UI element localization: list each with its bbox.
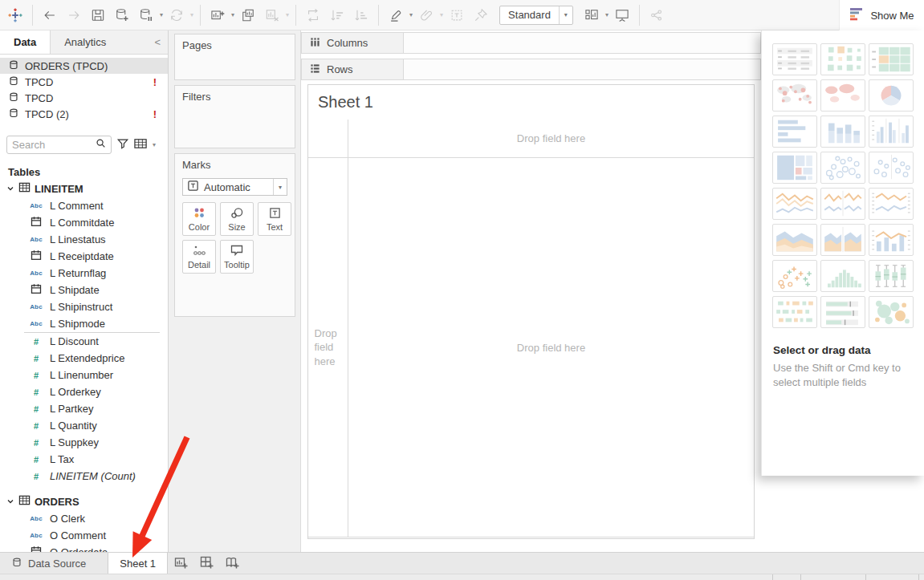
columns-shelf[interactable]: Columns <box>301 32 761 54</box>
table-group-header[interactable]: ORDERS <box>0 493 168 510</box>
field-item[interactable]: AbcL Shipinstruct <box>0 298 168 315</box>
field-item[interactable]: L Shipdate <box>0 282 168 298</box>
dropdown-caret-icon[interactable]: ▾ <box>559 6 572 24</box>
save-icon[interactable] <box>88 4 108 26</box>
view-options-icon[interactable] <box>134 138 148 152</box>
marks-size-button[interactable]: Size <box>220 202 254 236</box>
highlight-icon[interactable] <box>385 4 406 26</box>
show-hide-cards-icon[interactable] <box>581 4 602 26</box>
rows-shelf[interactable]: Rows <box>301 59 761 80</box>
field-item[interactable]: AbcL Returnflag <box>0 265 168 282</box>
fit-selector[interactable]: Standard▾ <box>499 6 573 25</box>
showme-type-dual-combination[interactable] <box>869 224 914 256</box>
field-item[interactable]: AbcL Comment <box>0 197 168 214</box>
dropdown-caret-icon[interactable]: ▾ <box>605 11 609 18</box>
group-members-icon[interactable] <box>416 4 437 26</box>
new-data-source-icon[interactable] <box>112 4 132 26</box>
collapse-pane-icon[interactable]: < <box>147 30 168 54</box>
filter-fields-icon[interactable] <box>116 137 129 152</box>
new-story-button[interactable] <box>219 553 245 574</box>
showme-type-bullet-graph[interactable] <box>820 296 865 328</box>
show-me-button[interactable]: Show Me <box>839 0 924 30</box>
field-item[interactable]: #L Quantity <box>0 417 168 434</box>
showme-type-gantt[interactable] <box>772 296 817 328</box>
marks-detail-button[interactable]: Detail <box>182 240 216 274</box>
chevron-down-icon[interactable] <box>6 496 14 508</box>
marks-tooltip-button[interactable]: Tooltip <box>220 240 254 274</box>
datasource-item[interactable]: TPCD <box>0 90 168 106</box>
dropdown-caret-icon[interactable]: ▾ <box>409 11 413 18</box>
duplicate-sheet-icon[interactable] <box>238 4 258 26</box>
showme-type-text-table[interactable] <box>772 43 817 75</box>
showme-type-side-by-side-circles[interactable] <box>869 152 914 184</box>
marks-color-button[interactable]: Color <box>182 202 216 236</box>
dropdown-caret-icon[interactable]: ▾ <box>286 11 289 18</box>
new-worksheet-tab-button[interactable] <box>168 553 193 574</box>
field-item[interactable]: #L Linenumber <box>0 367 168 383</box>
field-item[interactable]: AbcO Comment <box>0 527 168 544</box>
showme-type-scatter-plot[interactable] <box>772 260 817 292</box>
new-dashboard-button[interactable] <box>193 553 219 574</box>
field-item[interactable]: #L Orderkey <box>0 383 168 400</box>
show-mark-labels-icon[interactable] <box>446 4 467 26</box>
datasource-item[interactable]: TPCD! <box>0 74 168 90</box>
showme-type-side-by-side-bars[interactable] <box>869 116 914 148</box>
drop-zone-rows[interactable]: Drop field here <box>308 158 348 537</box>
undo-icon[interactable] <box>39 4 60 26</box>
field-item[interactable]: L Receiptdate <box>0 248 168 265</box>
showme-type-horizontal-bars[interactable] <box>772 116 817 148</box>
dropdown-caret-icon[interactable]: ▾ <box>160 11 163 18</box>
mark-type-caret-icon[interactable]: ▾ <box>273 179 287 195</box>
field-item[interactable]: #LINEITEM (Count) <box>0 468 168 485</box>
showme-type-heat-map[interactable] <box>820 43 865 75</box>
tab-data-source[interactable]: Data Source <box>0 553 97 574</box>
filters-card[interactable]: Filters <box>174 85 295 148</box>
fix-axes-icon[interactable] <box>470 4 491 26</box>
showme-type-lines-discrete[interactable] <box>820 188 865 220</box>
field-item[interactable]: #L Suppkey <box>0 434 168 451</box>
field-item[interactable]: AbcO Clerk <box>0 510 168 527</box>
field-item[interactable]: L Commitdate <box>0 214 168 231</box>
dropdown-caret-icon[interactable]: ▾ <box>440 11 443 18</box>
view-options-caret-icon[interactable]: ▾ <box>153 141 156 148</box>
dropdown-caret-icon[interactable]: ▾ <box>190 11 193 18</box>
showme-type-symbol-map[interactable] <box>772 79 817 112</box>
swap-rows-columns-icon[interactable] <box>303 4 324 26</box>
datasource-item[interactable]: ORDERS (TPCD) <box>0 58 168 74</box>
field-item[interactable]: AbcL Linestatus <box>0 231 168 248</box>
showme-type-dual-lines[interactable] <box>869 188 914 220</box>
sort-descending-icon[interactable] <box>351 4 372 26</box>
showme-type-area-discrete[interactable] <box>820 224 865 256</box>
share-icon[interactable] <box>646 4 667 26</box>
field-item[interactable]: O Orderdate <box>0 544 168 552</box>
tab-sheet-1[interactable]: Sheet 1 <box>108 553 168 574</box>
tab-analytics[interactable]: Analytics <box>51 30 120 54</box>
showme-type-packed-bubbles[interactable] <box>869 296 914 328</box>
new-worksheet-icon[interactable] <box>207 4 228 26</box>
datasource-item[interactable]: TPCD (2)! <box>0 106 168 122</box>
presentation-mode-icon[interactable] <box>612 4 633 26</box>
run-auto-updates-icon[interactable] <box>166 4 187 26</box>
field-item[interactable]: AbcL Shipmode <box>0 315 168 332</box>
tab-data[interactable]: Data <box>0 30 51 54</box>
field-item[interactable]: #L Discount <box>0 333 168 350</box>
pages-card[interactable]: Pages <box>174 34 295 80</box>
showme-type-box-and-whisker[interactable] <box>869 260 914 292</box>
dropdown-caret-icon[interactable]: ▾ <box>231 11 234 18</box>
redo-icon[interactable] <box>63 4 84 26</box>
showme-type-lines-continuous[interactable] <box>772 188 817 220</box>
field-item[interactable]: #L Tax <box>0 451 168 468</box>
drop-zone-columns[interactable]: Drop field here <box>348 120 754 157</box>
showme-type-highlight-table[interactable] <box>869 43 914 75</box>
pause-auto-updates-icon[interactable] <box>136 4 157 26</box>
drop-zone-center[interactable]: Drop field here <box>348 158 754 537</box>
search-input[interactable]: Search <box>6 136 112 154</box>
sort-ascending-icon[interactable] <box>327 4 348 26</box>
table-group-header[interactable]: LINEITEM <box>0 180 168 197</box>
showme-type-stacked-bars[interactable] <box>820 116 865 148</box>
showme-type-treemap[interactable] <box>772 152 817 184</box>
showme-type-pie-chart[interactable] <box>869 79 914 112</box>
mark-type-dropdown[interactable]: Automatic ▾ <box>182 178 287 196</box>
marks-text-button[interactable]: Text <box>258 202 291 236</box>
chevron-down-icon[interactable] <box>6 183 14 195</box>
